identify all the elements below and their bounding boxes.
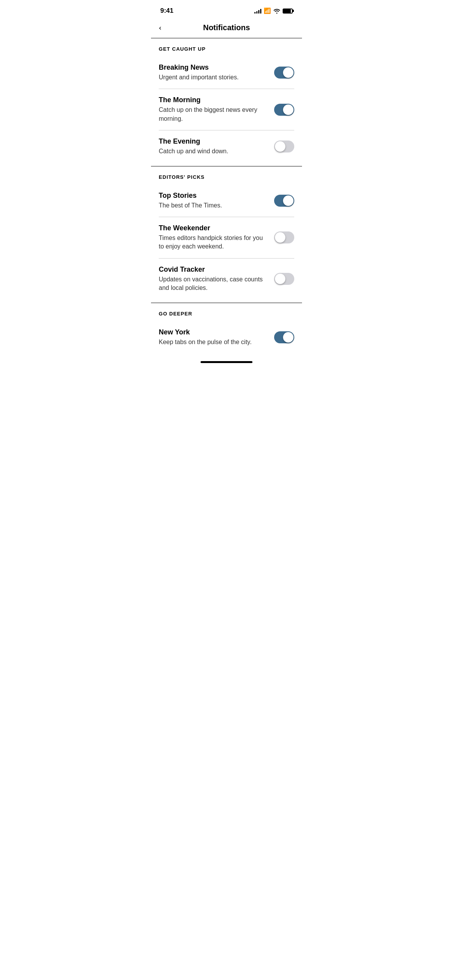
- notif-title-the-weekender: The Weekender: [159, 224, 266, 232]
- sections-container: GET CAUGHT UPBreaking NewsUrgent and imp…: [151, 38, 302, 353]
- toggle-breaking-news[interactable]: [274, 67, 294, 79]
- section-header-editors-picks: EDITORS' PICKS: [151, 166, 302, 185]
- notif-title-top-stories: Top Stories: [159, 192, 266, 200]
- toggle-knob-the-evening: [275, 141, 285, 152]
- home-indicator: [201, 361, 252, 363]
- toggle-knob-new-york: [283, 332, 293, 343]
- notif-item-the-morning: The MorningCatch up on the biggest news …: [151, 89, 302, 130]
- notif-content-the-weekender: The WeekenderTimes editors handpick stor…: [159, 224, 274, 251]
- toggle-covid-tracker[interactable]: [274, 273, 294, 285]
- notif-item-new-york: New YorkKeep tabs on the pulse of the ci…: [151, 321, 302, 353]
- section-header-get-caught-up: GET CAUGHT UP: [151, 38, 302, 57]
- status-time: 9:41: [160, 7, 173, 15]
- notif-title-the-morning: The Morning: [159, 96, 266, 104]
- back-button[interactable]: ‹: [159, 23, 161, 32]
- toggle-top-stories[interactable]: [274, 195, 294, 207]
- notif-title-the-evening: The Evening: [159, 137, 266, 146]
- notif-content-the-evening: The EveningCatch up and wind down.: [159, 137, 274, 156]
- notif-desc-the-weekender: Times editors handpick stories for you t…: [159, 234, 266, 251]
- section-header-go-deeper: GO DEEPER: [151, 303, 302, 321]
- notif-content-the-morning: The MorningCatch up on the biggest news …: [159, 96, 274, 123]
- page-title: Notifications: [203, 23, 250, 32]
- notif-content-top-stories: Top StoriesThe best of The Times.: [159, 192, 274, 210]
- notif-content-covid-tracker: Covid TrackerUpdates on vaccinations, ca…: [159, 266, 274, 293]
- notif-desc-new-york: Keep tabs on the pulse of the city.: [159, 338, 266, 346]
- toggle-knob-the-weekender: [275, 232, 285, 243]
- toggle-knob-covid-tracker: [275, 274, 285, 284]
- notif-desc-covid-tracker: Updates on vaccinations, case counts and…: [159, 275, 266, 293]
- notif-item-breaking-news: Breaking NewsUrgent and important storie…: [151, 57, 302, 89]
- notif-desc-the-evening: Catch up and wind down.: [159, 147, 266, 156]
- battery-icon: [283, 9, 293, 14]
- wifi-icon: [273, 8, 280, 14]
- toggle-knob-breaking-news: [283, 67, 293, 78]
- toggle-new-york[interactable]: [274, 331, 294, 343]
- toggle-the-evening[interactable]: [274, 140, 294, 152]
- notif-desc-top-stories: The best of The Times.: [159, 201, 266, 210]
- status-bar: 9:41 📶: [151, 0, 302, 19]
- signal-icon: [254, 8, 261, 14]
- notif-item-covid-tracker: Covid TrackerUpdates on vaccinations, ca…: [151, 259, 302, 300]
- notif-item-top-stories: Top StoriesThe best of The Times.: [151, 185, 302, 217]
- notif-item-the-evening: The EveningCatch up and wind down.: [151, 130, 302, 163]
- toggle-knob-the-morning: [283, 105, 293, 115]
- notif-item-the-weekender: The WeekenderTimes editors handpick stor…: [151, 217, 302, 258]
- notif-desc-the-morning: Catch up on the biggest news every morni…: [159, 106, 266, 123]
- wifi-icon: 📶: [264, 7, 271, 14]
- notif-title-new-york: New York: [159, 328, 266, 336]
- toggle-knob-top-stories: [283, 195, 293, 206]
- status-icons: 📶: [254, 7, 293, 14]
- notif-content-breaking-news: Breaking NewsUrgent and important storie…: [159, 63, 274, 82]
- notif-title-breaking-news: Breaking News: [159, 63, 266, 72]
- notif-content-new-york: New YorkKeep tabs on the pulse of the ci…: [159, 328, 274, 346]
- header: ‹ Notifications: [151, 19, 302, 38]
- toggle-the-morning[interactable]: [274, 104, 294, 116]
- notif-desc-breaking-news: Urgent and important stories.: [159, 73, 266, 82]
- toggle-the-weekender[interactable]: [274, 231, 294, 243]
- notif-title-covid-tracker: Covid Tracker: [159, 266, 266, 274]
